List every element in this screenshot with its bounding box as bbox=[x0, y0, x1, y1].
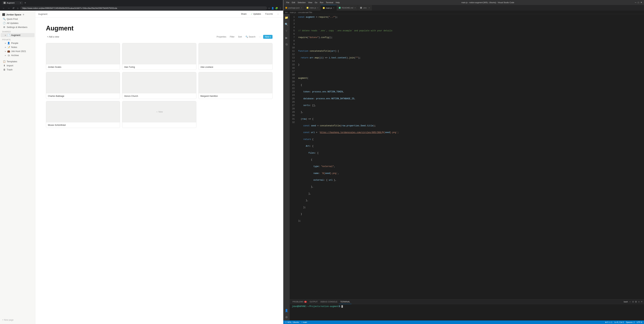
sidebar-item-notes[interactable]: ▶ 📝 Notes bbox=[1, 45, 34, 49]
tab-output[interactable]: OUTPUT bbox=[308, 299, 319, 304]
tab-index-js[interactable]: index.js ✕ bbox=[304, 5, 321, 11]
sidebar-item-settings[interactable]: ⚙ Settings & Members bbox=[1, 25, 34, 29]
address-input[interactable] bbox=[20, 6, 267, 10]
minimize-button[interactable]: ─ bbox=[635, 1, 636, 4]
status-line-col[interactable]: Ln 8, Col 2 bbox=[614, 321, 624, 323]
tab-terminal[interactable]: TERMINAL bbox=[339, 299, 352, 304]
extensions-icon[interactable]: 🧩 bbox=[275, 7, 278, 10]
card-image-6 bbox=[46, 101, 120, 122]
forward-button[interactable]: → bbox=[7, 6, 10, 10]
status-errors[interactable]: ⊗ 0 ⚠ 1 bbox=[605, 321, 612, 323]
browser-chrome: A Augment ✕ + bbox=[0, 0, 283, 6]
terminal-content[interactable]: jdan@DAPHNE:~/Projects/notion-augment$ bbox=[290, 304, 644, 320]
debug-icon[interactable]: ▶ bbox=[284, 36, 288, 40]
home-button[interactable]: ⌂ bbox=[16, 6, 19, 10]
sidebar-item-job-hunt[interactable]: ▶ 💼 Job Hunt 2021 bbox=[1, 49, 34, 53]
gallery-card-3[interactable]: Charles Babbage bbox=[46, 72, 120, 99]
gallery-card-2[interactable]: Ada Lovelace bbox=[198, 43, 272, 70]
tab-close-btn[interactable]: ✕ bbox=[20, 2, 21, 4]
status-spaces[interactable]: Spaces: 2 bbox=[626, 321, 635, 323]
tab-close-icon[interactable]: ✕ bbox=[368, 7, 370, 9]
menu-run[interactable]: Run bbox=[319, 1, 324, 4]
sidebar-item-templates[interactable]: 📋 Templates bbox=[1, 59, 34, 64]
new-entry-button[interactable]: New ▾ bbox=[263, 35, 272, 39]
tab-close-icon[interactable]: ✕ bbox=[333, 7, 334, 9]
tab-readme[interactable]: README.md ✕ bbox=[337, 5, 358, 11]
terminal-chevron-icon[interactable]: ∧ bbox=[638, 300, 640, 303]
more-button[interactable]: ··· bbox=[276, 12, 280, 16]
gallery-card-0[interactable]: Jordan Scales bbox=[46, 43, 120, 70]
vscode-terminal: PROBLEMS 1 OUTPUT DEBUG CONSOLE TERMINAL… bbox=[290, 299, 644, 320]
menu-selection[interactable]: Selection bbox=[296, 1, 306, 4]
tab-package-json[interactable]: package.json ✕ bbox=[283, 5, 304, 11]
tab-close-icon[interactable]: ✕ bbox=[354, 7, 356, 9]
more-options-button[interactable]: ··· bbox=[258, 35, 262, 39]
accounts-icon[interactable]: 👤 bbox=[284, 308, 288, 312]
workspace-expand[interactable]: ⚙ bbox=[22, 14, 24, 16]
refresh-button[interactable]: ↺ bbox=[12, 6, 15, 10]
menu-file[interactable]: File bbox=[285, 1, 290, 4]
gallery-card-5[interactable]: Margaret Hamilton bbox=[198, 72, 272, 99]
close-button[interactable]: ✕ bbox=[640, 1, 642, 4]
sidebar-item-trash[interactable]: 🗑 Trash bbox=[1, 68, 34, 72]
terminal-split-icon[interactable]: ⊟ bbox=[632, 300, 634, 303]
profile-icon[interactable]: 👤 bbox=[271, 7, 274, 10]
menu-help[interactable]: Help bbox=[334, 1, 341, 4]
menu-terminal[interactable]: Terminal bbox=[325, 1, 334, 4]
maximize-button[interactable]: □ bbox=[638, 1, 639, 4]
sidebar-item-people[interactable]: ▶ 👤 People bbox=[1, 41, 34, 45]
breadcrumb-mainjs[interactable]: main.js bbox=[290, 11, 296, 14]
tab-debug-console[interactable]: DEBUG CONSOLE bbox=[319, 299, 339, 304]
gear-settings-icon[interactable]: ⚙ bbox=[284, 315, 288, 319]
favorite-button[interactable]: Favorite bbox=[264, 12, 274, 16]
breadcrumb-bin[interactable]: bin bbox=[285, 11, 288, 14]
gallery-card-new[interactable]: ＋ New bbox=[122, 101, 196, 128]
menu-edit[interactable]: Edit bbox=[291, 1, 296, 4]
terminal-bash-label: bash bbox=[624, 301, 628, 303]
back-button[interactable]: ← bbox=[2, 6, 6, 10]
filter-button[interactable]: Filter bbox=[229, 35, 236, 39]
bookmark-icon[interactable]: ☆ bbox=[268, 7, 270, 10]
git-icon[interactable]: ⑂ bbox=[284, 29, 288, 33]
tab-problems[interactable]: PROBLEMS 1 bbox=[291, 299, 308, 304]
tab-env[interactable]: .env ✕ bbox=[358, 5, 372, 11]
gallery-card-6[interactable]: Moses Schönfinkel bbox=[46, 101, 120, 128]
properties-button[interactable]: Properties bbox=[216, 35, 228, 39]
sidebar-item-all-updates[interactable]: 🕐 All Updates bbox=[1, 21, 34, 25]
tab-close-icon[interactable]: ✕ bbox=[301, 7, 302, 9]
new-tab-button[interactable]: + bbox=[24, 1, 27, 5]
search-button[interactable]: 🔍 Search bbox=[244, 35, 256, 39]
code-editor[interactable]: 12345 678910 1112131415 1617181920 21222… bbox=[290, 14, 644, 299]
new-page-area[interactable]: + New page bbox=[0, 317, 35, 322]
share-button[interactable]: Share bbox=[240, 12, 248, 16]
sidebar-item-import[interactable]: ⬇ Import bbox=[1, 64, 34, 68]
add-view-button[interactable]: + Add a view bbox=[46, 35, 60, 39]
gallery-card-4[interactable]: Alonzo Church bbox=[122, 72, 196, 99]
workspace-name[interactable]: ⬛ Jordan Space ⚙ bbox=[0, 12, 35, 17]
terminal-close-icon[interactable]: ✕ bbox=[641, 300, 642, 303]
breadcrumb-function[interactable]: concatenateTitle bbox=[298, 11, 312, 14]
gallery-card-1[interactable]: Alan Turing bbox=[122, 43, 196, 70]
terminal-add-icon[interactable]: ＋ bbox=[629, 300, 631, 303]
terminal-cursor bbox=[342, 305, 343, 308]
status-encoding[interactable]: UTF-8 bbox=[637, 321, 642, 323]
terminal-trash-icon[interactable]: 🗑 bbox=[635, 300, 637, 303]
menu-view[interactable]: View bbox=[307, 1, 313, 4]
status-git[interactable]: ⑂ main bbox=[301, 321, 307, 323]
sidebar-item-augment[interactable]: ▶ 📄 Augment bbox=[1, 33, 34, 37]
extensions-icon[interactable]: ⧉ bbox=[284, 43, 288, 46]
sidebar-item-archive[interactable]: ▶ 🗂 Archive bbox=[1, 53, 34, 57]
explorer-icon[interactable]: 📁 bbox=[284, 16, 288, 20]
import-icon: ⬇ bbox=[3, 64, 6, 67]
menu-icon[interactable]: ⋮ bbox=[279, 7, 281, 10]
sidebar-item-quick-find[interactable]: 🔍 Quick Find bbox=[1, 17, 34, 21]
sort-button[interactable]: Sort bbox=[237, 35, 243, 39]
status-wsl[interactable]: ⬡ WSL: Ubuntu bbox=[285, 321, 299, 323]
terminal-prompt-text: jdan@DAPHNE:~/Projects/notion-augment bbox=[292, 305, 339, 308]
tab-main-js[interactable]: main.js ✕ bbox=[321, 5, 337, 11]
browser-tab-active[interactable]: A Augment ✕ bbox=[2, 1, 23, 5]
tab-close-icon[interactable]: ✕ bbox=[317, 7, 318, 9]
search-icon[interactable]: 🔍 bbox=[284, 22, 288, 26]
menu-go[interactable]: Go bbox=[314, 1, 318, 4]
updates-button[interactable]: ✓ Updates bbox=[249, 12, 262, 16]
